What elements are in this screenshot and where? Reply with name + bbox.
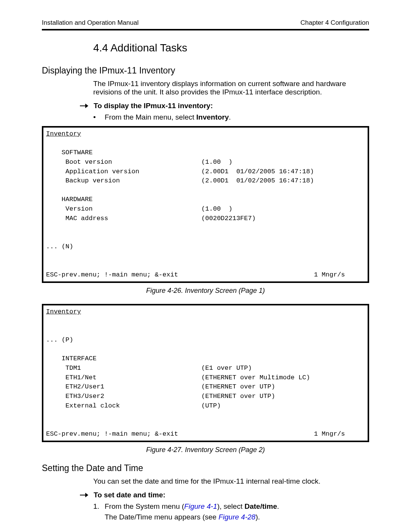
screen1-next: ... (N) [46,243,73,250]
sub2-step1-bold: Date/time [244,502,277,510]
screen1-hw-ver-label: Version [65,205,92,212]
screen2-eth3-val: (ETHERNET over UTP) [201,393,275,400]
svg-marker-1 [85,104,88,108]
sub2-step1-link[interactable]: Figure 4-1 [184,502,217,510]
screen1-app-val: (2.00D1 01/02/2005 16:47:18) [201,168,314,175]
sub2-cont-link[interactable]: Figure 4-28 [218,513,255,521]
screen1-hardware-label: HARDWARE [62,196,93,203]
sub2-step1-prefix: From the System menu ( [105,502,184,510]
section-title: 4.4 Additional Tasks [42,42,369,54]
screen2-eth2-label: ETH2/User1 [65,383,104,390]
sub2-cont-prefix: The Date/Time menu appears (see [105,513,218,521]
sub1-bullet: • From the Main menu, select Inventory. [42,113,369,121]
inventory-screen-1: Inventory SOFTWARE Boot version (1.00 ) … [42,126,369,283]
screen2-title: Inventory [46,308,81,315]
svg-marker-3 [85,493,88,497]
sub1-bullet-text: From the Main menu, select Inventory. [105,113,231,121]
screen2-tdm-val: (E1 over UTP) [201,364,252,372]
sub1-heading: Displaying the IPmux-11 Inventory [42,66,369,76]
sub1-para: The IPmux-11 inventory displays informat… [42,80,369,96]
sub2-step1: 1. From the System menu (Figure 4-1), se… [42,502,369,511]
sub2-step1-suffix: . [277,502,279,510]
screen1-app-label: Application version [65,168,139,175]
screen2-iface-label: INTERFACE [62,355,97,362]
screen1-hw-ver-val: (1.00 ) [201,205,233,212]
screen2-clk-val: (UTP) [201,402,221,409]
screen2-footer-right: 1 Mngr/s [314,430,345,438]
sub2-arrow-line: To set date and time: [42,491,369,499]
header-rule [42,29,369,30]
caption-2: Figure 4-27. Inventory Screen (Page 2) [42,446,369,454]
sub2-step1-text: From the System menu (Figure 4-1), selec… [105,502,279,511]
arrow-right-icon [80,103,88,109]
header-left: Installation and Operation Manual [42,19,139,27]
sub2-cont-suffix: ). [255,513,260,521]
screen1-backup-label: Backup version [65,177,120,184]
screen2-footer-left: ESC-prev.menu; !-main menu; &-exit [46,430,178,438]
screen2-eth1-label: ETH1/Net [65,374,97,381]
screen2-prev: ... (P) [46,336,73,343]
sub1-arrow-label: To display the IPmux-11 inventory: [94,102,213,110]
sub1-bullet-suffix: . [229,113,231,121]
screen2-eth1-val: (ETHERNET over Multimode LC) [201,374,310,381]
screen1-mac-label: MAC address [65,215,108,222]
screen1-footer-right: 1 Mngr/s [314,271,345,278]
sub2-arrow-label: To set date and time: [94,491,166,499]
screen2-eth2-val: (ETHERNET over UTP) [201,383,275,390]
screen1-backup-val: (2.00D1 01/02/2005 16:47:18) [201,177,314,184]
sub1-arrow-line: To display the IPmux-11 inventory: [42,102,369,110]
sub2-step1-num: 1. [93,502,105,511]
sub1-bullet-bold: Inventory [196,113,229,121]
sub2-para: You can set the date and time for the IP… [42,477,369,486]
sub2-step1-mid: ), select [217,502,245,510]
screen2-clk-label: External clock [65,402,120,409]
sub2-step1-cont: The Date/Time menu appears (see Figure 4… [42,513,369,521]
header-right: Chapter 4 Configuration [300,19,369,27]
caption-1: Figure 4-26. Inventory Screen (Page 1) [42,287,369,295]
bullet-icon: • [93,113,105,121]
page-header: Installation and Operation Manual Chapte… [42,19,369,27]
arrow-right-icon [80,492,88,498]
screen1-boot-val: (1.00 ) [201,158,233,166]
inventory-screen-2: Inventory ... (P) INTERFACE TDM1 (E1 ove… [42,304,369,442]
screen1-mac-val: (0020D2213FE7) [201,215,256,222]
screen2-tdm-label: TDM1 [65,364,81,372]
sub2-heading: Setting the Date and Time [42,463,369,473]
screen1-boot-label: Boot version [65,158,112,166]
sub1-bullet-prefix: From the Main menu, select [105,113,196,121]
screen1-software-label: SOFTWARE [62,149,93,156]
page: Installation and Operation Manual Chapte… [0,0,411,532]
screen1-title: Inventory [46,130,81,137]
screen2-eth3-label: ETH3/User2 [65,393,104,400]
screen1-footer-left: ESC-prev.menu; !-main menu; &-exit [46,271,178,278]
